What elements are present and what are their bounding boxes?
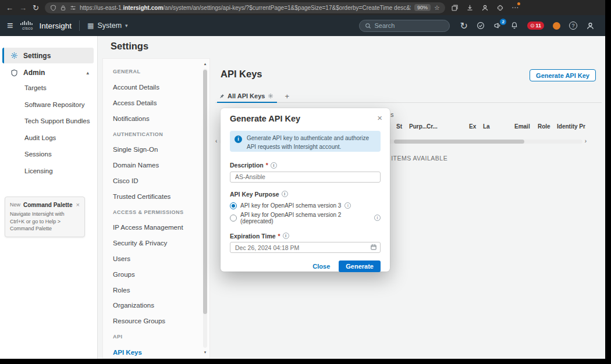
column-header-expiration[interactable]: Ex xyxy=(469,123,483,130)
critical-alarms-badge[interactable]: ⊙11 xyxy=(527,22,544,30)
tab-settings-gear-icon[interactable] xyxy=(268,93,273,99)
description-input[interactable] xyxy=(230,172,381,183)
api-key-purpose-label: API Key Purpose i xyxy=(230,191,381,198)
info-icon[interactable]: i xyxy=(271,162,277,169)
subnav-item-account-details[interactable]: Account Details xyxy=(113,80,209,95)
download-icon[interactable] xyxy=(466,4,474,12)
subnav-item-roles[interactable]: Roles xyxy=(113,282,209,298)
forward-icon[interactable]: → xyxy=(19,4,27,12)
subnav-item-ip-access-management[interactable]: IP Access Management xyxy=(113,220,209,235)
generate-button[interactable]: Generate xyxy=(339,260,381,272)
reload-icon[interactable]: ↻ xyxy=(33,4,39,12)
lock-icon[interactable] xyxy=(60,5,66,11)
subnav-item-access-details[interactable]: Access Details xyxy=(113,95,209,111)
collections-icon[interactable] xyxy=(451,4,459,12)
column-header-email[interactable]: Email xyxy=(514,123,538,130)
tab-all-api-keys[interactable]: All API Keys xyxy=(217,92,277,103)
browser-menu-icon[interactable]: ⋯ xyxy=(511,3,518,12)
sidebar-item-licensing[interactable]: Licensing xyxy=(0,163,97,180)
subnav-item-groups[interactable]: Groups xyxy=(113,266,209,282)
refresh-icon[interactable]: ↻ xyxy=(460,20,468,31)
url-text[interactable]: https://us-east-1.intersight.com/an/syst… xyxy=(80,5,411,11)
subnav-section-access-permissions: ACCESS & PERMISSIONS xyxy=(113,204,209,220)
scroll-left-icon[interactable]: ‹ xyxy=(215,138,217,144)
subnav-item-trusted-certificates[interactable]: Trusted Certificates xyxy=(113,188,209,204)
help-icon[interactable]: ? xyxy=(569,22,577,30)
hamburger-menu-icon[interactable]: ≡ xyxy=(7,20,13,32)
description-label: Description* i xyxy=(230,162,381,169)
info-icon[interactable]: i xyxy=(282,191,288,197)
back-icon[interactable]: ← xyxy=(6,4,13,12)
settings-subnav: GENERAL Account Details Access Details N… xyxy=(102,58,210,359)
subnav-item-security-privacy[interactable]: Security & Privacy xyxy=(113,235,209,251)
sidebar-item-software-repository[interactable]: Software Repository xyxy=(0,97,97,113)
info-icon[interactable]: i xyxy=(283,233,289,239)
search-input[interactable] xyxy=(375,22,439,29)
scroll-right-icon[interactable]: › xyxy=(585,138,587,144)
toolbar-partial-text: s xyxy=(390,111,394,118)
scroll-down-icon[interactable]: ▾ xyxy=(203,350,208,355)
sidebar-item-sessions[interactable]: Sessions xyxy=(0,146,97,163)
radio-selected-icon[interactable] xyxy=(230,202,237,209)
screen-edge-bottom xyxy=(0,359,611,364)
shield-icon[interactable] xyxy=(50,5,56,11)
modal-close-icon[interactable]: × xyxy=(377,113,382,123)
announcements-icon[interactable]: 2 xyxy=(493,22,502,30)
sidebar-item-tech-support-bundles[interactable]: Tech Support Bundles xyxy=(0,113,97,130)
global-search[interactable] xyxy=(359,20,450,32)
radio-label: API key for OpenAPI schema version 2 (de… xyxy=(240,212,371,224)
pin-icon xyxy=(219,94,225,99)
column-header-role[interactable]: Role xyxy=(538,123,557,130)
header-icons: ↻ 2 ⊙11 ? xyxy=(460,20,595,31)
subnav-item-api-keys[interactable]: API Keys xyxy=(113,344,209,359)
column-header-last-used[interactable]: La xyxy=(483,123,514,130)
subnav-section-authentication: AUTHENTICATION xyxy=(113,126,209,142)
favorite-star-icon[interactable]: ☆ xyxy=(434,4,440,12)
radio-openapi-v2[interactable]: API key for OpenAPI schema version 2 (de… xyxy=(230,212,381,224)
service-selector[interactable]: ▦ System ▾ xyxy=(87,22,128,30)
column-header-identity-provider[interactable]: Identity Pr... xyxy=(557,123,585,130)
announcements-badge: 2 xyxy=(500,19,506,25)
account-icon[interactable] xyxy=(586,22,595,30)
column-header-status[interactable]: St xyxy=(396,123,409,130)
alarm-icon: ⊙ xyxy=(530,23,535,28)
sidebar-item-settings[interactable]: Settings xyxy=(2,48,94,63)
column-header-create-time[interactable]: Cr... xyxy=(427,123,469,130)
radio-unselected-icon[interactable] xyxy=(230,215,237,222)
subnav-scrollbar: ▴ ▾ xyxy=(203,62,208,355)
sidebar-item-admin[interactable]: Admin ▴ xyxy=(0,66,97,80)
health-check-icon[interactable] xyxy=(477,22,485,30)
close-icon[interactable]: × xyxy=(76,201,80,208)
close-button[interactable]: Close xyxy=(312,263,330,270)
extensions-icon[interactable] xyxy=(496,4,504,12)
column-header-purpose[interactable]: Purp... xyxy=(409,123,427,130)
zoom-level-badge[interactable]: 90% xyxy=(414,4,431,11)
sidebar-item-targets[interactable]: Targets xyxy=(0,80,97,97)
notifications-bell-icon[interactable] xyxy=(510,22,518,30)
generate-api-key-button[interactable]: Generate API Key xyxy=(530,69,596,81)
tune-icon[interactable] xyxy=(70,5,76,11)
sidebar-item-audit-logs[interactable]: Audit Logs xyxy=(0,130,97,147)
scrollbar-thumb[interactable] xyxy=(203,70,207,314)
expiration-time-input[interactable] xyxy=(230,242,381,253)
info-banner-text: Generate API key to authenticate and aut… xyxy=(247,134,376,148)
subnav-item-single-sign-on[interactable]: Single Sign-On xyxy=(113,142,209,158)
add-view-icon[interactable]: + xyxy=(285,92,289,102)
scroll-up-icon[interactable]: ▴ xyxy=(203,62,208,66)
subnav-item-resource-groups[interactable]: Resource Groups xyxy=(113,313,209,329)
subnav-item-domain-names[interactable]: Domain Names xyxy=(113,158,209,173)
radio-openapi-v3[interactable]: API key for OpenAPI schema version 3 i xyxy=(230,202,381,209)
info-icon[interactable]: i xyxy=(344,202,351,209)
subnav-item-cisco-id[interactable]: Cisco ID xyxy=(113,173,209,189)
info-icon[interactable]: i xyxy=(374,215,381,221)
warning-alarms-badge[interactable] xyxy=(553,22,560,30)
subnav-item-organizations[interactable]: Organizations xyxy=(113,298,209,313)
subnav-item-notifications[interactable]: Notifications xyxy=(113,110,209,126)
hscroll-thumb[interactable] xyxy=(394,140,524,144)
calendar-icon[interactable] xyxy=(370,244,377,251)
address-bar[interactable]: https://us-east-1.intersight.com/an/syst… xyxy=(45,2,445,13)
subnav-item-users[interactable]: Users xyxy=(113,251,209,267)
browser-chrome: ← → ↻ https://us-east-1.intersight.com/a… xyxy=(0,0,605,15)
browser-window: ← → ↻ https://us-east-1.intersight.com/a… xyxy=(0,0,605,359)
profile-icon[interactable] xyxy=(481,4,489,12)
